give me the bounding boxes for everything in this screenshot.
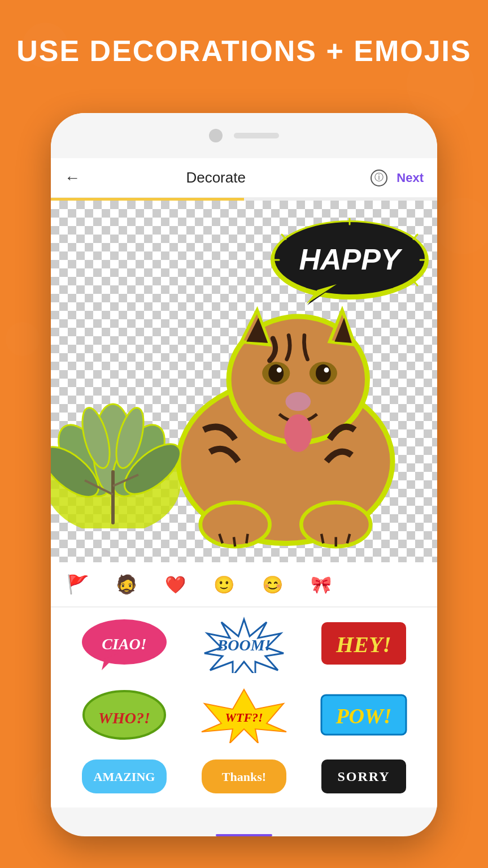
sticker-tab-red-flag[interactable]: 🚩 [62,568,94,600]
sticker-pow[interactable]: POW! [319,687,409,745]
happy-sticker[interactable]: HAPPY [268,218,432,308]
sticker-ciao[interactable]: CIAO! [79,617,169,675]
sticker-tab-bar: 🚩 🧔 ❤️ 🙂 😊 🎀 [51,562,437,607]
sticker-row-3: AMAZING Thanks! SORRY [64,757,424,798]
sticker-wtf[interactable]: WTF?! [199,687,289,745]
sticker-sorry[interactable]: SORRY [319,757,409,798]
screen-title: Decorate [61,169,371,186]
svg-point-33 [316,364,331,382]
svg-text:SORRY: SORRY [337,769,390,784]
sticker-amazing[interactable]: AMAZING [79,757,169,798]
svg-text:WTF?!: WTF?! [225,710,263,724]
sticker-row-2: WHO?! WTF?! POW! [64,687,424,745]
sticker-tab-beard[interactable]: 🧔 [111,568,142,600]
phone-camera [209,129,223,142]
sticker-tab-face[interactable]: 🙂 [208,568,239,600]
sticker-who[interactable]: WHO?! [79,687,169,745]
phone-mockup: ← Decorate ⓘ Next HAPPY [51,113,437,836]
next-button[interactable]: Next [396,171,424,185]
phone-speaker [234,133,279,138]
svg-text:CIAO!: CIAO! [102,635,146,653]
sticker-tab-ribbon[interactable]: 🎀 [305,568,337,600]
svg-point-34 [277,367,282,372]
svg-line-46 [246,534,247,544]
svg-text:Thanks!: Thanks! [222,770,266,784]
info-button[interactable]: ⓘ [371,170,387,186]
svg-point-37 [284,414,312,452]
canvas-area[interactable]: HAPPY [51,201,437,562]
svg-text:POW!: POW! [335,704,391,728]
leaf-sticker[interactable] [51,370,186,528]
phone-top-bar [51,113,437,158]
svg-point-32 [268,364,284,382]
svg-text:AMAZING: AMAZING [94,770,155,784]
app-header: ← Decorate ⓘ Next [51,158,437,198]
svg-point-36 [285,392,311,411]
svg-line-45 [234,537,235,546]
svg-point-3 [435,198,488,254]
page-title: USE DECORATIONS + EMOJIS [0,34,488,68]
sticker-boom[interactable]: BOOM! [199,617,289,675]
sticker-tab-hearts[interactable]: ❤️ [159,568,191,600]
svg-text:HAPPY: HAPPY [299,243,402,276]
sticker-grid: CIAO! BOOM! HEY! [51,607,437,808]
svg-point-35 [324,367,329,372]
sticker-row-1: CIAO! BOOM! HEY! [64,617,424,675]
svg-text:BOOM!: BOOM! [217,636,271,654]
sticker-thanks[interactable]: Thanks! [199,757,289,798]
sticker-tab-pixel-emoji[interactable]: 😊 [256,568,288,600]
svg-text:HEY!: HEY! [336,632,391,657]
svg-text:WHO?!: WHO?! [98,709,150,727]
sticker-hey[interactable]: HEY! [319,617,409,675]
svg-point-2 [6,322,40,356]
